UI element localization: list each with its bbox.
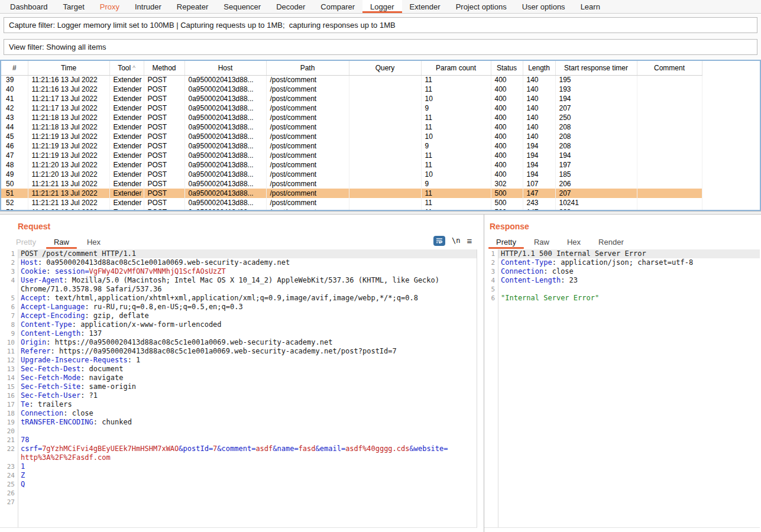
log-row-47[interactable]: 4711:21:19 13 Jul 2022ExtenderPOST0a9500… (1, 151, 702, 160)
log-row-43[interactable]: 4311:21:18 13 Jul 2022ExtenderPOST0a9500… (1, 113, 702, 122)
cell-comment (637, 141, 702, 151)
cell-comment (637, 94, 702, 103)
cell-time: 11:21:20 13 Jul 2022 (28, 160, 109, 170)
log-row-50[interactable]: 5011:21:21 13 Jul 2022ExtenderPOST0a9500… (1, 179, 702, 189)
line-number: 4 (0, 276, 18, 285)
line-number: 25 (0, 480, 18, 489)
cell-status: 500 (491, 189, 523, 198)
line-content: Content-Type: application/x-www-form-url… (18, 320, 477, 329)
line-content: Content-Length: 137 (18, 329, 477, 338)
cell-time: 11:21:20 13 Jul 2022 (28, 170, 109, 179)
logger-table-panel: #TimeTool^MethodHostPathQueryParam count… (0, 60, 761, 211)
log-row-41[interactable]: 4111:21:17 13 Jul 2022ExtenderPOST0a9500… (1, 94, 702, 103)
cell-host: 0a9500020413d88... (184, 141, 266, 151)
request-tab-pretty[interactable]: Pretty (7, 235, 45, 249)
line-number: 22 (0, 445, 18, 453)
cell-path: /post/comment (266, 160, 349, 170)
cell-path: /post/comment (266, 132, 349, 141)
request-gutter-divider (18, 249, 18, 527)
line-content: Z (18, 471, 477, 480)
column-header-method[interactable]: Method (144, 61, 184, 75)
cell-time: 11:21:16 13 Jul 2022 (28, 75, 109, 85)
line-content: Connection: close (498, 267, 760, 276)
response-tab-hex[interactable]: Hex (558, 235, 590, 249)
log-row-49[interactable]: 4911:21:20 13 Jul 2022ExtenderPOST0a9500… (1, 170, 702, 179)
log-row-51[interactable]: 5111:21:21 13 Jul 2022ExtenderPOST0a9500… (1, 189, 702, 198)
show-newlines-icon[interactable]: \n (452, 236, 460, 245)
log-row-44[interactable]: 4411:21:18 13 Jul 2022ExtenderPOST0a9500… (1, 122, 702, 132)
column-header-start-response-timer[interactable]: Start response timer (555, 61, 637, 75)
response-editor[interactable]: 1HTTP/1.1 500 Internal Server Error2Cont… (484, 249, 760, 528)
log-row-40[interactable]: 4011:21:16 13 Jul 2022ExtenderPOST0a9500… (1, 85, 702, 94)
main-tab-extender[interactable]: Extender (402, 0, 448, 13)
request-editor-icons: \n ≡ (433, 235, 472, 246)
cell-num: 48 (1, 160, 28, 170)
main-tab-comparer[interactable]: Comparer (313, 0, 362, 13)
column-header-host[interactable]: Host (184, 61, 266, 75)
cell-length: 140 (523, 122, 555, 132)
cell-status: 400 (491, 132, 523, 141)
main-tab-sequencer[interactable]: Sequencer (216, 0, 268, 13)
cell-comment (637, 151, 702, 160)
response-line-2: 2Content-Type: application/json; charset… (484, 258, 760, 267)
main-tab-target[interactable]: Target (56, 0, 92, 13)
request-tab-hex[interactable]: Hex (78, 235, 109, 249)
cell-length: 107 (523, 179, 555, 189)
main-tab-repeater[interactable]: Repeater (169, 0, 216, 13)
cell-time: 11:21:21 13 Jul 2022 (28, 198, 109, 207)
line-content: Connection: close (18, 409, 477, 418)
main-tab-dashboard[interactable]: Dashboard (2, 0, 56, 13)
cell-start-response-timer: 208 (555, 132, 637, 141)
column-header-path[interactable]: Path (266, 61, 349, 75)
column-header-param-count[interactable]: Param count (421, 61, 491, 75)
main-tab-proxy[interactable]: Proxy (92, 0, 127, 13)
log-row-52[interactable]: 5211:21:21 13 Jul 2022ExtenderPOST0a9500… (1, 198, 702, 207)
response-tab-raw[interactable]: Raw (525, 235, 558, 249)
column-header-[interactable]: # (1, 61, 28, 75)
column-header-tool[interactable]: Tool^ (109, 61, 144, 75)
column-header-comment[interactable]: Comment (637, 61, 702, 75)
request-line-6: 6Accept-Language: ru-RU,ru;q=0.8,en-US;q… (0, 303, 477, 312)
cell-length: 140 (523, 103, 555, 113)
column-header-query[interactable]: Query (349, 61, 421, 75)
capture-filter-bar[interactable]: Capture filter: Logger memory limit set … (4, 17, 757, 33)
main-tab-decoder[interactable]: Decoder (268, 0, 313, 13)
cell-method: POST (144, 85, 184, 94)
main-tab-logger[interactable]: Logger (362, 0, 401, 13)
log-row-48[interactable]: 4811:21:20 13 Jul 2022ExtenderPOST0a9500… (1, 160, 702, 170)
word-wrap-toggle-icon[interactable] (433, 236, 445, 246)
response-tab-render[interactable]: Render (590, 235, 633, 249)
cell-length: 194 (523, 160, 555, 170)
log-row-42[interactable]: 4211:21:17 13 Jul 2022ExtenderPOST0a9500… (1, 103, 702, 113)
line-content: Accept-Encoding: gzip, deflate (18, 312, 477, 320)
column-header-status[interactable]: Status (491, 61, 523, 75)
line-number: 4 (484, 276, 498, 285)
main-tab-intruder[interactable]: Intruder (127, 0, 169, 13)
editor-menu-icon[interactable]: ≡ (467, 236, 472, 245)
request-panel: Request PrettyRawHex \n ≡ 1POST /post/co… (0, 215, 484, 532)
main-tab-user-options[interactable]: User options (514, 0, 573, 13)
cell-method: POST (144, 94, 184, 103)
request-line-10: 10Origin: https://0a9500020413d88ac08c5c… (0, 338, 477, 347)
cell-host: 0a9500020413d88... (184, 151, 266, 160)
column-header-time[interactable]: Time (28, 61, 109, 75)
cell-num: 41 (1, 94, 28, 103)
response-tab-pretty[interactable]: Pretty (487, 235, 525, 249)
main-tab-learn[interactable]: Learn (573, 0, 608, 13)
cell-host: 0a9500020413d88... (184, 85, 266, 94)
log-row-39[interactable]: 3911:21:16 13 Jul 2022ExtenderPOST0a9500… (1, 75, 702, 85)
cell-comment (637, 189, 702, 198)
request-line-8: 8Content-Type: application/x-www-form-ur… (0, 320, 477, 329)
log-row-46[interactable]: 4611:21:19 13 Jul 2022ExtenderPOST0a9500… (1, 141, 702, 151)
request-line-2: 2Host: 0a9500020413d88ac08c5c1e001a0069.… (0, 258, 477, 267)
log-row-45[interactable]: 4511:21:19 13 Jul 2022ExtenderPOST0a9500… (1, 132, 702, 141)
request-line-11: 11Referer: https://0a9500020413d88ac08c5… (0, 347, 477, 356)
line-number: 12 (0, 356, 18, 365)
cell-num: 46 (1, 141, 28, 151)
view-filter-bar[interactable]: View filter: Showing all items (4, 39, 757, 55)
cell-host: 0a9500020413d88... (184, 122, 266, 132)
request-tab-raw[interactable]: Raw (45, 235, 78, 249)
request-editor[interactable]: 1POST /post/comment HTTP/1.12Host: 0a950… (0, 249, 477, 528)
main-tab-project-options[interactable]: Project options (448, 0, 514, 13)
column-header-length[interactable]: Length (523, 61, 555, 75)
